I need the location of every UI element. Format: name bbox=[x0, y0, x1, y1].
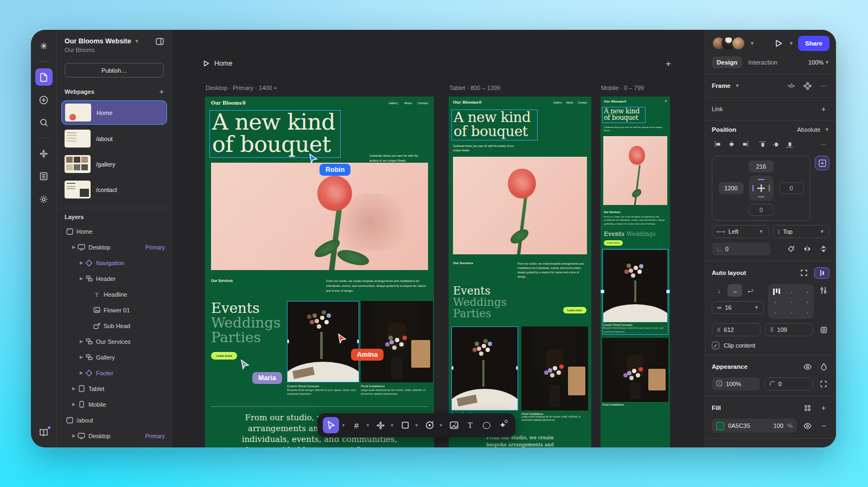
chevron-down-icon[interactable]: ▼ bbox=[135, 39, 139, 44]
width-input[interactable]: X612 bbox=[712, 323, 761, 336]
clip-content-checkbox[interactable]: ✓ bbox=[712, 342, 719, 349]
height-input[interactable]: ⊼109 bbox=[765, 323, 814, 336]
h-anchor-select[interactable]: ⟷ Left ▼ bbox=[712, 225, 769, 238]
rotation-input[interactable]: ∟ 0 bbox=[712, 242, 770, 255]
chevron-right-icon[interactable]: ▶ bbox=[79, 339, 84, 344]
chevron-down-icon[interactable]: ▼ bbox=[825, 127, 829, 132]
breakpoint-label-tablet[interactable]: Tablet · 800 – 1399 bbox=[449, 85, 500, 91]
learn-more-button[interactable]: Learn more bbox=[604, 240, 623, 246]
selection-handle[interactable] bbox=[601, 290, 604, 293]
page-item-home[interactable]: Home bbox=[61, 100, 167, 125]
add-link-icon[interactable]: + bbox=[818, 103, 829, 115]
whats-new-icon[interactable] bbox=[35, 424, 53, 441]
individual-padding-icon[interactable] bbox=[818, 324, 829, 336]
layer-navigation[interactable]: ▶ Navigation bbox=[57, 255, 171, 271]
fill-color-input[interactable]: 0A5C35 100 % bbox=[712, 419, 797, 433]
headline-selection[interactable]: A new kind of bouquet bbox=[451, 110, 538, 140]
chevron-down-icon[interactable]: ▼ bbox=[390, 423, 394, 428]
move-tool[interactable] bbox=[323, 417, 339, 433]
chevron-down-icon[interactable]: ▼ bbox=[789, 41, 794, 46]
toggle-sidebar-icon[interactable] bbox=[156, 38, 164, 45]
position-bottom-input[interactable]: 0 bbox=[749, 204, 774, 216]
remove-fill-icon[interactable]: − bbox=[818, 420, 829, 432]
selection-handle[interactable] bbox=[451, 366, 454, 370]
layout-vertical-icon[interactable]: ↓ bbox=[712, 284, 726, 297]
shape-tool[interactable] bbox=[398, 417, 412, 433]
position-right-input[interactable]: 0 bbox=[779, 182, 804, 194]
image-tool[interactable] bbox=[447, 417, 461, 433]
card-image-florist[interactable] bbox=[521, 326, 588, 411]
position-top-input[interactable]: 216 bbox=[749, 161, 774, 172]
selection-handle[interactable] bbox=[516, 366, 518, 370]
fill-swatch[interactable] bbox=[716, 422, 724, 430]
share-button[interactable]: Share bbox=[798, 36, 829, 51]
layer-desktop[interactable]: ▶ Desktop Primary bbox=[57, 239, 171, 255]
layout-wrap-icon[interactable]: ⮐ bbox=[743, 284, 758, 297]
position-left-input[interactable]: 1200 bbox=[719, 182, 744, 194]
card-image-florist[interactable] bbox=[361, 301, 433, 382]
chevron-down-icon[interactable]: ▼ bbox=[366, 423, 370, 428]
constraints-icon[interactable] bbox=[815, 156, 829, 170]
text-tool[interactable]: T bbox=[463, 417, 477, 433]
chevron-down-icon[interactable]: ▼ bbox=[754, 305, 759, 310]
cms-icon[interactable] bbox=[35, 168, 53, 185]
layer-headline[interactable]: T Headline bbox=[57, 286, 171, 302]
fill-opacity[interactable]: 100 bbox=[774, 422, 783, 429]
frame-mobile[interactable]: Our Blooms® ≡ A new kind of bouquet Cele… bbox=[601, 97, 670, 447]
breakpoint-label-mobile[interactable]: Mobile · 0 – 799 bbox=[601, 85, 644, 91]
rotate-icon[interactable] bbox=[785, 243, 797, 255]
clip-content-row[interactable]: ✓ Clip content bbox=[712, 342, 829, 349]
actions-tool[interactable] bbox=[374, 417, 388, 433]
opacity-input[interactable]: 100% bbox=[712, 377, 760, 390]
canvas-page-label[interactable]: Home bbox=[203, 60, 232, 67]
page-item-contact[interactable]: /contact bbox=[61, 178, 167, 201]
breakpoint-label-desktop[interactable]: Desktop · Primary · 1400 + bbox=[206, 85, 277, 91]
preview-play-button[interactable] bbox=[773, 37, 784, 49]
styles-icon[interactable] bbox=[818, 444, 829, 447]
pen-tool[interactable] bbox=[423, 417, 437, 433]
page-item-about[interactable]: /about bbox=[61, 127, 167, 150]
service-card-2[interactable]: Floral Installations bbox=[602, 338, 668, 406]
learn-more-button[interactable]: Learn more bbox=[563, 307, 586, 313]
layer-header[interactable]: ▶ Header bbox=[57, 271, 171, 286]
selection-handle[interactable] bbox=[357, 339, 359, 343]
selection-handle[interactable] bbox=[287, 339, 289, 343]
card-image-bouquet[interactable] bbox=[451, 326, 518, 411]
frame-tablet[interactable]: Our Blooms® Gallery About Contact A new … bbox=[449, 97, 591, 447]
publish-button[interactable]: Publish… bbox=[65, 63, 164, 78]
chevron-right-icon[interactable]: ▶ bbox=[71, 386, 76, 391]
actions-icon[interactable] bbox=[35, 145, 53, 162]
service-card-1[interactable]: Custom Floral Concepts Bespoke floral de… bbox=[602, 249, 668, 335]
frame-tool[interactable]: # bbox=[349, 417, 363, 433]
zoom-level[interactable]: 100% bbox=[808, 59, 824, 66]
chevron-down-icon[interactable]: ▼ bbox=[735, 84, 740, 88]
chevron-down-icon[interactable]: ▼ bbox=[750, 41, 755, 46]
layout-horizontal-icon[interactable]: → bbox=[727, 284, 742, 297]
eye-icon[interactable] bbox=[801, 420, 813, 432]
canvas[interactable]: Home + Desktop · Primary · 1400 + Tablet… bbox=[172, 30, 705, 447]
fill-hex[interactable]: 0A5C35 bbox=[728, 422, 750, 429]
comment-tool[interactable] bbox=[480, 417, 494, 433]
layer-gallery[interactable]: ▶ Gallery bbox=[57, 349, 171, 365]
auto-layout-toggle[interactable] bbox=[814, 267, 829, 279]
service-card-1[interactable]: Custom Floral Concepts Bespoke floral de… bbox=[451, 326, 518, 423]
chevron-right-icon[interactable]: ▶ bbox=[79, 355, 84, 360]
card-image-bouquet[interactable] bbox=[287, 301, 359, 382]
frame-desktop[interactable]: Our Blooms® Gallery About Contact A new … bbox=[205, 97, 434, 447]
layer-footer[interactable]: ▶ Footer bbox=[57, 365, 171, 381]
layer-our-services[interactable]: ▶ Our Services bbox=[57, 334, 171, 349]
headline-selection[interactable]: A new kind of bouquet bbox=[602, 107, 646, 123]
settings-icon[interactable] bbox=[35, 190, 53, 208]
code-icon[interactable]: </> bbox=[785, 80, 797, 92]
corner-radius-input[interactable]: 0 bbox=[764, 377, 814, 390]
file-title[interactable]: Our Blooms Website bbox=[65, 37, 131, 45]
align-top-icon[interactable] bbox=[757, 138, 769, 150]
align-right-icon[interactable] bbox=[739, 138, 751, 150]
layer-tablet[interactable]: ▶ Tablet bbox=[57, 381, 171, 396]
page-item-gallery[interactable]: /gallery bbox=[61, 152, 167, 176]
expand-icon[interactable] bbox=[798, 267, 810, 279]
position-anchor-cross[interactable] bbox=[749, 176, 774, 201]
blend-mode-icon[interactable] bbox=[818, 361, 829, 373]
flip-horizontal-icon[interactable] bbox=[801, 243, 813, 255]
gap-input[interactable]: ⇹ 16 ▼ bbox=[712, 301, 764, 314]
